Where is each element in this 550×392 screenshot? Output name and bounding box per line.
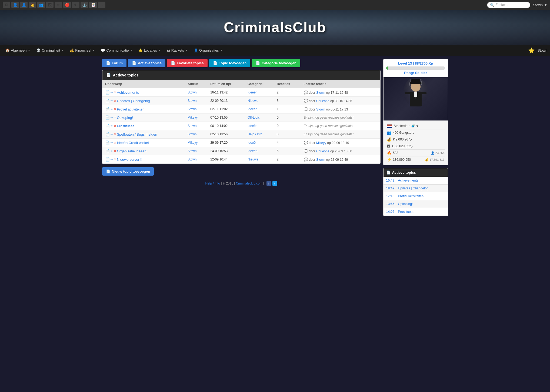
icon-group[interactable]: 👥 [37, 2, 45, 8]
icon-card[interactable]: 🃏 [89, 2, 97, 8]
topic-title-link[interactable]: Achievements [117, 91, 139, 95]
edit-icon[interactable]: ✏ [111, 124, 113, 128]
active-topic-link[interactable]: Opkoping! [398, 202, 413, 206]
edit-icon[interactable]: ✏ [111, 99, 113, 103]
forum-button[interactable]: 📄 Forum [102, 59, 126, 67]
icon-arrows[interactable]: ↔ [98, 2, 105, 8]
delete-icon[interactable]: ✕ [114, 91, 116, 94]
icon-edit[interactable]: ✏ [55, 2, 62, 8]
list-item[interactable]: 15:48 Achievements [384, 177, 448, 185]
user-menu[interactable]: Stown ▼ [533, 3, 547, 7]
chevron-down-icon: ▼ [185, 49, 188, 52]
cell-reacties: 0 [274, 113, 301, 122]
category-link[interactable]: Ideeën [248, 141, 258, 145]
active-topic-time: 18:42 [386, 186, 396, 190]
active-topics-button[interactable]: 📄 Actieve topics [128, 59, 165, 67]
profile-level-link[interactable]: Level 13 | 88/2300 Xp [398, 61, 433, 65]
nav-item-criminaliteit[interactable]: 💀 Criminaliteit ▼ [34, 46, 66, 55]
facebook-icon[interactable]: f [266, 181, 271, 186]
forum-section-title: Actieve topics [113, 73, 139, 77]
search-input[interactable] [496, 3, 528, 7]
delete-icon[interactable]: ✕ [114, 141, 116, 145]
list-item[interactable]: 13:55 Opkoping! [384, 200, 448, 208]
edit-icon[interactable]: ✏ [111, 108, 113, 111]
icon-user2[interactable]: 👤 [20, 2, 28, 8]
delete-icon[interactable]: ✕ [114, 149, 116, 153]
author-link[interactable]: Stown [188, 99, 196, 103]
nav-item-financieel[interactable]: 💰 Financieel ▼ [67, 46, 98, 55]
topic-title-link[interactable]: Organisatie ideeën [117, 149, 146, 153]
author-link[interactable]: Stown [188, 149, 196, 153]
author-link[interactable]: Mikeyy [188, 116, 198, 119]
topic-title-link[interactable]: Ideeën Credit winkel [117, 141, 149, 145]
icon-user1[interactable]: 👤 [11, 2, 19, 8]
author-link[interactable]: Stown [188, 91, 196, 94]
footer-site-link[interactable]: Criminalsclub.com [236, 182, 262, 185]
active-topic-link[interactable]: Achievements [398, 179, 418, 182]
topic-title-link[interactable]: Opkoping! [117, 116, 133, 120]
category-link[interactable]: Ideeën [248, 107, 258, 111]
nav-item-locaties[interactable]: ⭐ Locaties ▼ [136, 46, 163, 55]
twitter-icon[interactable]: t [272, 181, 277, 186]
icon-image[interactable]: 🖼 [46, 2, 54, 8]
last-reaction-author-link[interactable]: Stown [316, 108, 325, 111]
last-reaction-author-link[interactable]: Mikeyy [316, 141, 326, 145]
edit-icon[interactable]: ✏ [111, 91, 113, 94]
list-item[interactable]: 17:13 Profiel Activiteiten [384, 192, 448, 200]
author-link[interactable]: Stown [188, 124, 196, 128]
icon-red[interactable]: 🔴 [63, 2, 71, 8]
icon-plane[interactable]: ✈ [72, 2, 79, 8]
star-icon[interactable]: ⭐ [528, 47, 535, 54]
topic-title-link[interactable]: Nieuwe server !! [117, 158, 142, 162]
delete-icon[interactable]: ✕ [114, 124, 116, 128]
category-link[interactable]: Nieuws [248, 158, 258, 161]
icon-monitor[interactable]: 🖥 [3, 2, 10, 8]
category-link[interactable]: Ideeën [248, 91, 258, 94]
last-reaction-author-link[interactable]: Stown [316, 91, 325, 95]
delete-icon[interactable]: ✕ [114, 116, 116, 119]
last-reaction-author-link[interactable]: Corleone [316, 99, 329, 103]
author-link[interactable]: Stown [188, 107, 196, 111]
add-category-button[interactable]: 📄 Categorie toevoegen [252, 59, 300, 67]
favorite-topics-button[interactable]: 📄 Favoriete topics [167, 59, 208, 67]
topic-title-link[interactable]: Profiel activiteiten [117, 107, 145, 111]
category-link[interactable]: Ideeën [248, 149, 258, 153]
bank-icon: 🏛 [387, 144, 391, 148]
category-link[interactable]: Help / Info [248, 132, 262, 136]
last-reaction-author-link[interactable]: Stown [316, 158, 325, 162]
author-link[interactable]: Stown [188, 158, 196, 161]
delete-icon[interactable]: ✕ [114, 99, 116, 103]
edit-icon[interactable]: ✏ [111, 149, 113, 153]
category-link[interactable]: Off-topic [248, 116, 260, 119]
edit-icon[interactable]: ✏ [111, 133, 113, 136]
delete-icon[interactable]: ✕ [114, 133, 116, 136]
topic-title-link[interactable]: Prostituees [117, 124, 135, 128]
list-item[interactable]: 18:42 Updates | Changelog [384, 185, 448, 192]
category-link[interactable]: Nieuws [248, 99, 258, 103]
search-box[interactable]: 🔍 [487, 2, 530, 8]
topic-title-link[interactable]: Spelfouten / Bugs melden [117, 132, 157, 136]
author-link[interactable]: Stown [188, 132, 196, 136]
nav-item-algemeen[interactable]: 🏠 Algemeen ▼ [3, 46, 33, 55]
category-link[interactable]: Ideeën [248, 124, 258, 128]
help-info-link[interactable]: Help / Info [205, 182, 220, 185]
edit-icon[interactable]: ✏ [111, 158, 113, 161]
active-topic-link[interactable]: Profiel Activiteiten [398, 194, 424, 198]
last-reaction-author-link[interactable]: Corleone [316, 149, 329, 153]
icon-person[interactable]: 👩 [29, 2, 36, 8]
delete-icon[interactable]: ✕ [114, 108, 116, 111]
delete-icon[interactable]: ✕ [114, 158, 116, 161]
nav-item-organisaties[interactable]: 👤 Organisaties ▼ [191, 46, 225, 55]
nav-item-rackets[interactable]: 🏛 Rackets ▼ [164, 46, 191, 55]
new-topic-button[interactable]: 📄 Nieuw topic toevoegen [102, 167, 154, 176]
active-topic-link[interactable]: Updates | Changelog [398, 186, 429, 190]
edit-icon[interactable]: ✏ [111, 141, 113, 145]
edit-icon[interactable]: ✏ [111, 116, 113, 119]
topic-title-link[interactable]: Updates | Changelog [117, 99, 150, 103]
add-topic-button[interactable]: 📄 Topic toevoegen [209, 59, 250, 67]
list-item[interactable]: 14:02 Prostituees [384, 208, 448, 216]
icon-anchor[interactable]: ⚓ [81, 2, 88, 8]
active-topic-link[interactable]: Prostituees [398, 210, 414, 214]
nav-item-communicatie[interactable]: 💬 Communicatie ▼ [98, 46, 135, 55]
author-link[interactable]: Mikeyy [188, 141, 198, 145]
